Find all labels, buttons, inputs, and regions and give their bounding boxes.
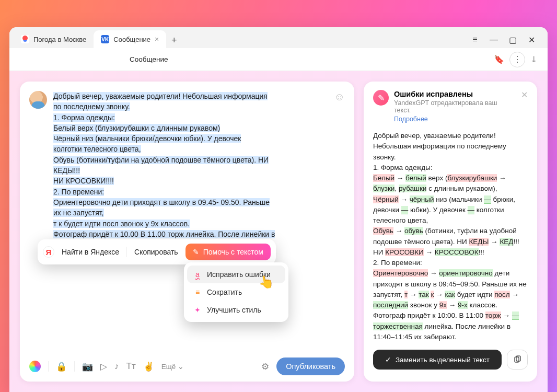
more-dropdown[interactable]: Ещё ⌄ — [161, 362, 184, 371]
ai-assist-icon[interactable] — [29, 361, 41, 372]
copy-icon — [513, 355, 521, 364]
copy-result-button[interactable] — [507, 350, 528, 370]
fix-icon: а — [193, 270, 202, 279]
new-tab-button[interactable]: + — [166, 32, 182, 48]
search-yandex-button[interactable]: Найти в Яндексе — [62, 248, 119, 256]
tab-weather[interactable]: Погода в Москве — [14, 30, 94, 48]
selection-toolbar: Я Найти в Яндексе Скопировать ✎ Помочь с… — [38, 239, 276, 264]
message-textarea[interactable]: Добрый вечер, уважаемые родители! Неболь… — [53, 91, 328, 250]
sparkle-icon: ✦ — [193, 306, 202, 314]
address-text[interactable]: Сообщение — [20, 55, 489, 63]
gear-icon[interactable]: ⚙ — [261, 361, 269, 372]
maximize-button[interactable]: ▢ — [508, 35, 517, 45]
help-with-text-button[interactable]: ✎ Помочь с текстом — [185, 244, 271, 260]
menu-improve-style[interactable]: ✦ Улучшить стиль — [187, 301, 285, 319]
kebab-menu-icon[interactable]: ⋮ — [509, 52, 525, 67]
emoji-picker-icon[interactable]: ☺ — [334, 91, 345, 250]
replace-text-button[interactable]: ✓ Заменить выделенный текст — [373, 350, 502, 370]
poll-icon[interactable]: ✌ — [143, 361, 154, 372]
help-text-menu: а Исправить ошибки ≡ Сократить ✦ Улучшит… — [184, 262, 288, 322]
camera-icon[interactable]: 📷 — [82, 361, 93, 372]
tab-label: Сообщение — [113, 36, 150, 43]
music-icon[interactable]: ♪ — [114, 361, 119, 372]
bookmark-icon[interactable]: 🔖 — [494, 54, 504, 64]
menu-shorten[interactable]: ≡ Сократить — [187, 283, 285, 301]
workspace: Добрый вечер, уважаемые родители! Неболь… — [9, 71, 548, 392]
hamburger-menu-icon[interactable]: ≡ — [470, 35, 480, 45]
browser-window: Погода в Москве VK Сообщение × + ≡ — ▢ ✕… — [9, 27, 548, 392]
publish-button[interactable]: Опубликовать — [276, 358, 345, 375]
minimize-button[interactable]: — — [489, 35, 498, 45]
address-bar: Сообщение 🔖 ⋮ ⤓ — [9, 48, 548, 71]
tab-label: Погода в Москве — [33, 36, 86, 43]
window-controls: ≡ — ▢ ✕ — [470, 35, 543, 48]
vk-icon: VK — [101, 35, 109, 43]
close-window-button[interactable]: ✕ — [527, 35, 536, 45]
panel-title: Ошибки исправлены — [394, 90, 516, 98]
download-icon[interactable]: ⤓ — [530, 54, 537, 64]
shorten-icon: ≡ — [193, 288, 202, 296]
video-icon[interactable]: ▷ — [100, 361, 107, 372]
copy-button[interactable]: Скопировать — [134, 248, 178, 256]
yandex-logo-icon: Я — [43, 246, 54, 258]
menu-fix-errors[interactable]: а Исправить ошибки — [187, 266, 285, 283]
panel-close-icon[interactable]: ✕ — [521, 90, 528, 123]
weather-icon — [21, 35, 29, 43]
panel-subtitle: YandexGPT отредактировала ваш текст. — [394, 99, 516, 114]
composer-toolbar: 🔒 📷 ▷ ♪ Tт ✌ Ещё ⌄ ⚙ Опубликовать — [29, 351, 345, 375]
chevron-down-icon: ⌄ — [178, 362, 184, 371]
tab-vk-message[interactable]: VK Сообщение × — [94, 30, 166, 48]
avatar — [29, 91, 47, 109]
lock-icon[interactable]: 🔒 — [56, 361, 67, 372]
format-icon[interactable]: Tт — [126, 361, 136, 372]
check-icon: ✓ — [385, 355, 391, 364]
tab-bar: Погода в Москве VK Сообщение × + ≡ — ▢ ✕ — [9, 27, 548, 48]
post-composer: Добрый вечер, уважаемые родители! Неболь… — [20, 82, 354, 382]
corrections-icon: ✎ — [373, 90, 389, 106]
close-tab-icon[interactable]: × — [155, 35, 159, 43]
corrections-panel: ✎ Ошибки исправлены YandexGPT отредактир… — [364, 82, 537, 382]
corrections-body: Добрый вечер, уважаемые родители! Неболь… — [373, 131, 528, 342]
panel-more-link[interactable]: Подробнее — [394, 116, 428, 123]
edit-icon: ✎ — [193, 248, 199, 256]
